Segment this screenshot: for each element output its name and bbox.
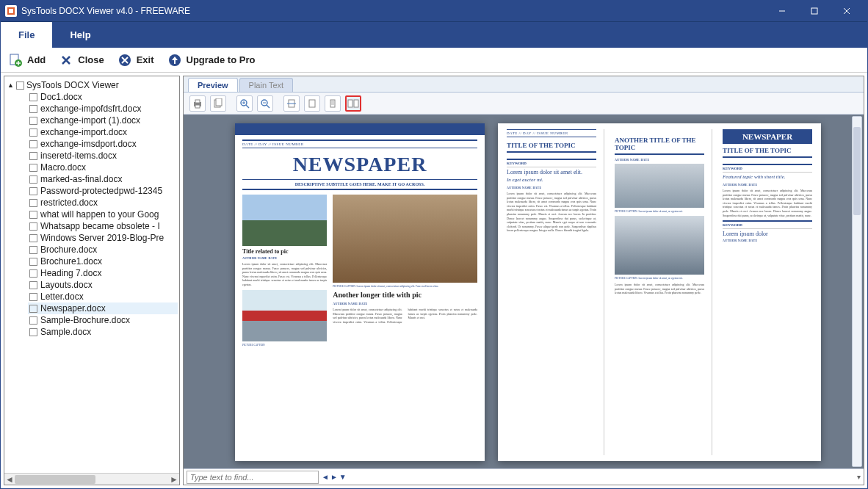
tree-root[interactable]: ▲ SysTools DOCX Viewer: [6, 79, 178, 91]
fit-page-icon[interactable]: [304, 95, 320, 112]
tree-checkbox[interactable]: [29, 93, 37, 101]
tree-node-label: Sample-Brochure.docx: [40, 315, 130, 325]
tree-checkbox[interactable]: [29, 281, 37, 289]
file-tree[interactable]: ▲ SysTools DOCX Viewer Doc1.docxexchange…: [4, 76, 179, 473]
tree-checkbox[interactable]: [29, 175, 37, 184]
tree-checkbox[interactable]: [29, 199, 37, 207]
tree-node[interactable]: exchange-import (1).docx: [28, 115, 178, 126]
section-title: TITLE OF THE TOPIC: [723, 147, 812, 158]
scroll-thumb[interactable]: [15, 475, 95, 484]
tree-checkbox[interactable]: [29, 234, 37, 242]
tree-checkbox[interactable]: [29, 222, 37, 231]
tab-plain-text[interactable]: Plain Text: [239, 78, 294, 92]
tree-checkbox[interactable]: [29, 152, 37, 160]
find-options-icon[interactable]: ▼: [339, 473, 347, 481]
tree-checkbox[interactable]: [29, 269, 37, 278]
exit-button[interactable]: Exit: [117, 53, 154, 68]
vertical-scrollbar[interactable]: [852, 116, 862, 467]
exit-icon: [117, 53, 132, 68]
tree-node[interactable]: marked-as-final.docx: [28, 173, 178, 185]
tree-checkbox[interactable]: [29, 258, 37, 266]
single-page-icon[interactable]: [325, 95, 341, 112]
newspaper-title: NEWSPAPER: [242, 153, 477, 176]
add-icon: [8, 53, 23, 68]
preview-panel: Preview Plain Text DATE // DAY // ISSUE …: [183, 76, 864, 485]
tree-node[interactable]: exchange-import.docx: [28, 126, 178, 138]
copy-icon[interactable]: [210, 95, 226, 112]
menu-file[interactable]: File: [1, 22, 52, 48]
tree-node[interactable]: Doc1.docx: [28, 91, 178, 103]
keyword-label: KEYWORD: [723, 220, 812, 229]
tree-node[interactable]: Sample.docx: [28, 326, 178, 338]
close-window-button[interactable]: [831, 1, 863, 21]
tree-node-label: Letter.docx: [40, 291, 84, 302]
svg-rect-17: [195, 100, 200, 103]
menu-help[interactable]: Help: [52, 22, 108, 48]
document-page-1: DATE // DAY // ISSUE NUMBER NEWSPAPER DE…: [235, 123, 485, 461]
collapse-icon[interactable]: ▲: [7, 82, 14, 89]
tree-checkbox[interactable]: [29, 246, 37, 254]
svg-rect-36: [354, 100, 358, 107]
tree-node[interactable]: Layouts.docx: [28, 279, 178, 291]
find-input[interactable]: [187, 471, 319, 484]
tree-checkbox[interactable]: [29, 328, 37, 336]
close-button[interactable]: Close: [59, 53, 104, 68]
maximize-button[interactable]: [798, 1, 831, 21]
tree-node[interactable]: restricted.docx: [28, 197, 178, 209]
tree-checkbox[interactable]: [29, 316, 37, 325]
preview-tabs: Preview Plain Text: [184, 76, 864, 93]
tree-checkbox[interactable]: [29, 105, 37, 113]
tree-node-label: Sample.docx: [40, 327, 91, 337]
minimize-button[interactable]: [766, 1, 798, 21]
tree-checkbox[interactable]: [29, 293, 37, 301]
tree-node[interactable]: Brochure1.docx: [28, 256, 178, 267]
tree-checkbox[interactable]: [29, 117, 37, 125]
tree-node[interactable]: Whatsapp became obsolete - I: [28, 220, 178, 232]
print-icon[interactable]: [189, 95, 206, 112]
tree-node[interactable]: Newspaper.docx: [28, 303, 178, 314]
tab-preview[interactable]: Preview: [188, 78, 238, 92]
tree-node-label: Whatsapp became obsolete - I: [40, 221, 160, 231]
tree-node[interactable]: Windows Server 2019-Blog-Pre: [28, 232, 178, 244]
tree-node[interactable]: Password-protectedpwd-12345: [28, 185, 178, 197]
add-button[interactable]: Add: [8, 53, 46, 68]
zoom-out-icon[interactable]: [257, 95, 273, 112]
newspaper-brand: NEWSPAPER: [723, 129, 812, 144]
tree-checkbox[interactable]: [29, 305, 37, 313]
picture-caption: PICTURE CAPTION: [242, 344, 327, 347]
tree-node[interactable]: Brochure.docx: [28, 244, 178, 256]
facing-pages-icon[interactable]: [345, 95, 361, 112]
window-title: SysTools DOCX Viewer v4.0 - FREEWARE: [21, 6, 766, 16]
tree-node-label: what will happen to your Goog: [40, 209, 159, 220]
tree-node[interactable]: inseretd-items.docx: [28, 150, 178, 162]
find-next-icon[interactable]: ►: [330, 473, 338, 481]
tree-node[interactable]: what will happen to your Goog: [28, 209, 178, 220]
document-canvas[interactable]: DATE // DAY // ISSUE NUMBER NEWSPAPER DE…: [184, 115, 864, 468]
sidebar-horizontal-scrollbar[interactable]: ◄ ►: [4, 473, 179, 485]
article-body: Lorem ipsum dolor sit amet, consectetuer…: [723, 189, 812, 217]
find-expand-icon[interactable]: ▾: [857, 473, 861, 481]
tree-checkbox[interactable]: [29, 128, 37, 137]
vertical-scroll-thumb[interactable]: [853, 127, 861, 215]
scroll-left-icon[interactable]: ◄: [4, 474, 15, 485]
zoom-in-icon[interactable]: [236, 95, 253, 112]
tree-checkbox[interactable]: [29, 187, 37, 195]
keyword-label: KEYWORD: [507, 159, 596, 167]
tree-node[interactable]: exchange-imsdport.docx: [28, 138, 178, 150]
tree-checkbox[interactable]: [29, 164, 37, 172]
tree-checkbox[interactable]: [16, 82, 24, 90]
tree-root-label: SysTools DOCX Viewer: [26, 80, 119, 90]
tree-node-label: marked-as-final.docx: [40, 174, 122, 184]
scroll-right-icon[interactable]: ►: [169, 474, 179, 485]
tree-node[interactable]: Heading 7.docx: [28, 267, 178, 279]
tree-node[interactable]: Letter.docx: [28, 291, 178, 303]
fit-width-icon[interactable]: [283, 95, 300, 112]
upgrade-button[interactable]: Upgrade to Pro: [167, 53, 256, 68]
tree-checkbox[interactable]: [29, 140, 37, 148]
find-nav: ◄ ► ▼: [322, 473, 347, 481]
find-prev-icon[interactable]: ◄: [322, 473, 329, 481]
tree-node[interactable]: Sample-Brochure.docx: [28, 314, 178, 326]
tree-node[interactable]: exchange-impofdsfrt.docx: [28, 103, 178, 115]
tree-checkbox[interactable]: [29, 211, 37, 219]
tree-node[interactable]: Macro.docx: [28, 162, 178, 173]
